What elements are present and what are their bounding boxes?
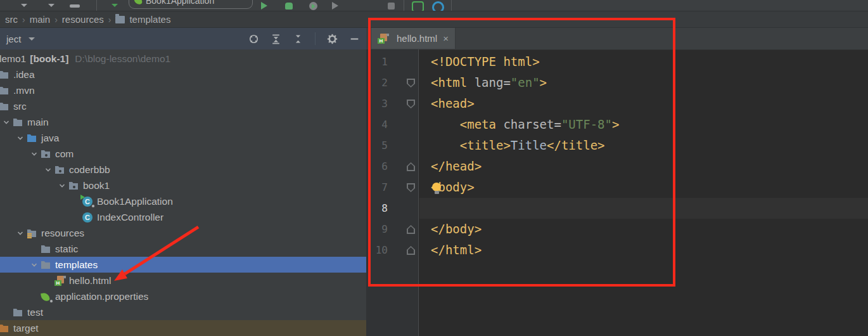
package-icon bbox=[41, 149, 52, 159]
folder-excluded-icon bbox=[0, 323, 10, 333]
class-run-icon: C bbox=[82, 197, 94, 207]
folder-icon bbox=[13, 117, 24, 127]
package-icon bbox=[54, 165, 66, 175]
tree-item-main[interactable]: main bbox=[0, 114, 366, 130]
breadcrumb-item-main[interactable]: main bbox=[30, 14, 51, 25]
expand-all-icon[interactable] bbox=[271, 34, 281, 44]
chevron-expanded-icon[interactable] bbox=[29, 149, 41, 159]
module-badge: [book-1] bbox=[30, 53, 68, 65]
tree-indent bbox=[1, 307, 13, 318]
run-configuration-select[interactable]: Book1Application bbox=[129, 0, 253, 9]
folder-icon bbox=[41, 244, 52, 254]
breadcrumb-separator: › bbox=[108, 15, 112, 25]
file-html-icon: H bbox=[54, 276, 66, 286]
tree-item-templates[interactable]: templates bbox=[0, 257, 366, 273]
tree-indent bbox=[29, 292, 41, 302]
run-with-coverage-icon[interactable] bbox=[309, 2, 317, 10]
annotation-red-rectangle bbox=[368, 18, 675, 287]
folder-icon bbox=[0, 70, 10, 80]
folder-icon bbox=[0, 86, 10, 96]
tree-item-label: coderbbb bbox=[69, 164, 110, 176]
folder-resources-icon bbox=[27, 228, 38, 238]
tree-item-src[interactable]: src bbox=[0, 98, 366, 114]
chevron-down-icon[interactable] bbox=[29, 37, 35, 41]
tree-item-label: templates bbox=[55, 259, 98, 271]
folder-icon bbox=[13, 307, 24, 318]
tree-item-label: book1 bbox=[83, 179, 110, 191]
tree-item--idea[interactable]: .idea bbox=[0, 67, 366, 82]
profiler-icon[interactable] bbox=[332, 2, 338, 10]
package-icon bbox=[68, 181, 80, 191]
ide-window: Book1Application src›main›resources›temp… bbox=[0, 0, 868, 336]
tree-item-target[interactable]: target bbox=[0, 320, 366, 336]
tree-item-label: java bbox=[41, 132, 59, 144]
chevron-expanded-icon[interactable] bbox=[29, 260, 41, 270]
locate-icon[interactable] bbox=[248, 34, 259, 44]
tree-item-static[interactable]: static bbox=[0, 241, 366, 257]
project-path: D:\blog-lesson\demo1 bbox=[75, 53, 170, 65]
folder-icon bbox=[41, 260, 52, 270]
breadcrumb-separator: › bbox=[22, 15, 25, 25]
project-panel-header: ject bbox=[0, 28, 366, 49]
tree-item-resources[interactable]: resources bbox=[0, 225, 366, 241]
tree-item-com[interactable]: com bbox=[0, 146, 366, 162]
dropdown-chevron-icon[interactable] bbox=[21, 4, 27, 7]
tree-item-label: application.properties bbox=[55, 290, 148, 302]
breadcrumb-item-src[interactable]: src bbox=[5, 14, 18, 25]
tree-item-application-properties[interactable]: application.properties bbox=[0, 288, 366, 304]
collapse-all-icon[interactable] bbox=[293, 34, 303, 44]
dropdown-chevron-icon[interactable] bbox=[48, 4, 54, 7]
debug-icon[interactable] bbox=[285, 3, 293, 10]
tree-item-indexcontroller[interactable]: CIndexController bbox=[0, 209, 366, 225]
toolbar-separator bbox=[451, 0, 452, 11]
tree-item-label: Book1Application bbox=[97, 195, 173, 207]
main-toolbar: Book1Application bbox=[0, 0, 868, 11]
stop-icon[interactable] bbox=[388, 3, 395, 10]
breadcrumb-separator: › bbox=[54, 15, 58, 25]
tree-item-label: src bbox=[13, 100, 27, 112]
tree-item-java[interactable]: java bbox=[0, 130, 366, 146]
settings-gear-icon[interactable] bbox=[327, 34, 338, 44]
project-panel-title[interactable]: ject bbox=[6, 34, 21, 44]
chevron-expanded-icon[interactable] bbox=[15, 228, 27, 238]
save-all-icon[interactable] bbox=[70, 4, 80, 8]
tree-item--mvn[interactable]: .mvn bbox=[0, 82, 366, 98]
tree-indent bbox=[29, 244, 41, 254]
tree-item-hello-html[interactable]: Hhello.html bbox=[0, 273, 366, 288]
project-tree: lemo1[book-1]D:\blog-lesson\demo1.idea.m… bbox=[0, 51, 366, 336]
chevron-expanded-icon[interactable] bbox=[15, 133, 27, 143]
tree-item-label: .mvn bbox=[13, 84, 35, 96]
tree-item-label: hello.html bbox=[69, 275, 111, 287]
file-properties-icon bbox=[41, 292, 52, 302]
project-panel: ject lemo1[book- bbox=[0, 28, 366, 336]
tree-indent bbox=[71, 212, 82, 223]
plugin-icon[interactable] bbox=[412, 1, 424, 11]
tree-item-book1application[interactable]: CBook1Application bbox=[0, 193, 366, 209]
tree-indent bbox=[43, 276, 54, 286]
search-everywhere-icon[interactable] bbox=[432, 1, 444, 11]
folder-icon bbox=[115, 16, 125, 23]
tree-item-book1[interactable]: book1 bbox=[0, 178, 366, 193]
tree-item-lemo1[interactable]: lemo1[book-1]D:\blog-lesson\demo1 bbox=[0, 51, 366, 67]
folder-icon bbox=[0, 101, 10, 112]
tree-item-label: main bbox=[27, 116, 49, 128]
toolbar-separator bbox=[96, 0, 97, 11]
run-icon[interactable] bbox=[261, 2, 267, 10]
header-separator bbox=[315, 32, 316, 45]
tree-item-coderbbb[interactable]: coderbbb bbox=[0, 162, 366, 178]
tree-item-label: test bbox=[27, 306, 43, 318]
breadcrumb-item-templates[interactable]: templates bbox=[115, 14, 170, 25]
hide-panel-icon[interactable] bbox=[349, 34, 360, 44]
tree-item-label: static bbox=[55, 243, 78, 255]
chevron-expanded-icon[interactable] bbox=[43, 165, 54, 175]
tree-item-label: IndexController bbox=[97, 211, 163, 223]
breadcrumb-item-resources[interactable]: resources bbox=[62, 14, 104, 25]
update-project-icon[interactable] bbox=[112, 4, 118, 7]
chevron-expanded-icon[interactable] bbox=[1, 117, 13, 127]
chevron-expanded-icon[interactable] bbox=[57, 181, 68, 191]
tree-item-label: .idea bbox=[13, 68, 35, 81]
tree-item-test[interactable]: test bbox=[0, 304, 366, 320]
tree-item-label: resources bbox=[41, 227, 84, 239]
spring-boot-icon bbox=[134, 0, 143, 5]
tree-item-label: com bbox=[55, 148, 73, 160]
